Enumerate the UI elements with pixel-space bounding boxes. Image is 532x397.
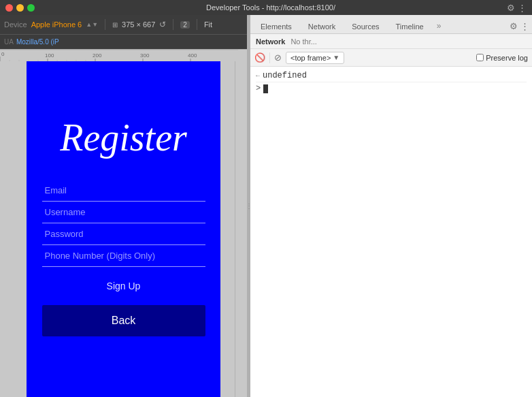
device-name: Apple iPhone 6: [31, 20, 82, 29]
devtools-settings-icon[interactable]: ⚙: [510, 21, 518, 31]
svg-text:100: 100: [45, 52, 54, 59]
toolbar-separator-3: [197, 19, 197, 30]
tab-sources[interactable]: Sources: [344, 19, 386, 33]
preserve-log-label[interactable]: Preserve log: [476, 54, 528, 62]
toolbar-separator-1: [105, 19, 105, 30]
traffic-lights[interactable]: [5, 4, 35, 12]
email-input[interactable]: [42, 180, 205, 202]
os-title-bar: Developer Tools - http://localhost:8100/…: [0, 0, 532, 15]
main-area: Device Apple iPhone 6 ▲▼ ⊞ 375 × 667 ↺ 2…: [0, 15, 532, 397]
svg-text:0: 0: [1, 51, 5, 57]
svg-rect-0: [0, 50, 238, 61]
console-left-arrow: ←: [256, 72, 260, 80]
console-input-line[interactable]: >: [256, 82, 527, 95]
window-title: Developer Tools - http://localhost:8100/: [37, 3, 504, 12]
svg-text:400: 400: [188, 52, 197, 59]
tab-network[interactable]: Network: [301, 19, 343, 33]
ruler-horizontal: 0 100 200 300 400: [0, 49, 247, 61]
console-prompt: >: [256, 84, 261, 93]
ruler-vertical: [235, 61, 247, 397]
browser-emulator-panel: Device Apple iPhone 6 ▲▼ ⊞ 375 × 667 ↺ 2…: [0, 15, 247, 397]
svg-text:300: 300: [140, 52, 150, 59]
ua-value: Mozilla/5.0 (iP: [16, 38, 59, 46]
frame-label: <top frame>: [290, 54, 331, 62]
back-button[interactable]: Back: [42, 305, 205, 336]
preserve-log-checkbox[interactable]: [476, 54, 484, 61]
device-dropdown-arrow[interactable]: ▲▼: [86, 21, 98, 28]
sign-up-link[interactable]: Sign Up: [107, 281, 141, 291]
minimize-button[interactable]: [16, 4, 24, 12]
device-toolbar: Device Apple iPhone 6 ▲▼ ⊞ 375 × 667 ↺ 2…: [0, 15, 247, 34]
console-toolbar: 🚫 ⊘ <top frame> ▼ Preserve log: [250, 49, 532, 67]
toolbar-separator-2: [173, 19, 173, 30]
devtools-more-icon[interactable]: ⋮: [520, 21, 529, 31]
console-cursor: [263, 84, 268, 93]
dimension-value: 375 × 667: [122, 20, 155, 29]
form-fields: [42, 180, 205, 267]
frame-selector[interactable]: <top frame> ▼: [286, 52, 344, 64]
settings-icon[interactable]: ⚙: [507, 3, 515, 13]
more-icon[interactable]: ⋮: [518, 3, 527, 13]
ua-bar: UA Mozilla/5.0 (iP: [0, 34, 247, 49]
clear-console-icon[interactable]: 🚫: [254, 52, 265, 63]
tab-timeline[interactable]: Timeline: [388, 19, 431, 33]
username-input[interactable]: [42, 202, 205, 223]
svg-text:200: 200: [93, 52, 102, 59]
phone-input[interactable]: [42, 245, 205, 267]
zoom-value: Fit: [204, 20, 212, 29]
console-line-1: ← undefined: [256, 69, 527, 82]
device-label: Device: [4, 20, 27, 29]
tab-elements[interactable]: Elements: [253, 19, 299, 33]
rotate-icon[interactable]: ↺: [159, 20, 166, 29]
resize-icon: ⊞: [112, 21, 118, 29]
screen-badge: 2: [180, 21, 190, 29]
filter-icon[interactable]: ⊘: [274, 52, 282, 63]
phone-preview-area: Register Sign Up Back: [0, 61, 247, 397]
maximize-button[interactable]: [27, 4, 35, 12]
console-undefined-text: undefined: [263, 71, 307, 80]
console-output: ← undefined >: [250, 67, 532, 397]
network-tab-label[interactable]: Network: [256, 37, 285, 46]
network-sub-toolbar: Network No thr...: [250, 34, 532, 49]
more-tabs-icon[interactable]: »: [433, 18, 446, 33]
preserve-log-text: Preserve log: [486, 54, 528, 62]
devtools-tab-bar: Elements Network Sources Timeline » ⚙ ⋮: [250, 15, 532, 34]
close-button[interactable]: [5, 4, 13, 12]
frame-dropdown-arrow: ▼: [333, 54, 339, 61]
ua-label: UA: [4, 38, 14, 46]
throttle-label: No thr...: [290, 37, 317, 46]
devtools-panel: Elements Network Sources Timeline » ⚙ ⋮ …: [250, 15, 532, 397]
password-input[interactable]: [42, 223, 205, 245]
phone-screen: Register Sign Up Back: [27, 61, 220, 397]
register-title: Register: [60, 116, 187, 159]
toolbar-sep: [269, 52, 270, 63]
